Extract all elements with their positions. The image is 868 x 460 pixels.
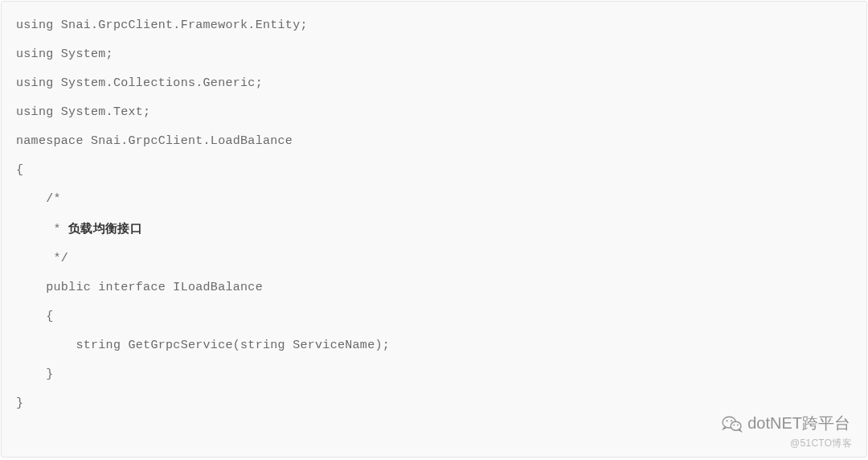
svg-point-3	[731, 420, 732, 421]
code-line-comment: * 负载均衡接口	[16, 214, 852, 244]
svg-point-2	[727, 420, 728, 421]
code-line: */	[16, 244, 852, 273]
svg-point-4	[734, 424, 735, 425]
code-line: namespace Snai.GrpcClient.LoadBalance	[16, 127, 852, 156]
code-line: using System.Text;	[16, 98, 852, 127]
code-line: using System;	[16, 40, 852, 69]
wechat-icon	[722, 415, 743, 433]
code-line: }	[16, 360, 852, 389]
code-line: public interface ILoadBalance	[16, 273, 852, 302]
watermark-blog: @51CTO博客	[790, 437, 852, 450]
code-line: using System.Collections.Generic;	[16, 69, 852, 98]
svg-point-5	[737, 424, 739, 425]
watermark-badge: dotNET跨平台	[722, 413, 850, 434]
code-line: using Snai.GrpcClient.Framework.Entity;	[16, 11, 852, 40]
code-line: string GetGrpcService(string ServiceName…	[16, 331, 852, 360]
code-line: {	[16, 156, 852, 185]
code-line: {	[16, 302, 852, 331]
watermark-text: dotNET跨平台	[747, 413, 850, 434]
code-line: /*	[16, 185, 852, 214]
comment-chinese-text: 负载均衡接口	[68, 221, 142, 235]
code-block: using Snai.GrpcClient.Framework.Entity; …	[1, 1, 867, 458]
